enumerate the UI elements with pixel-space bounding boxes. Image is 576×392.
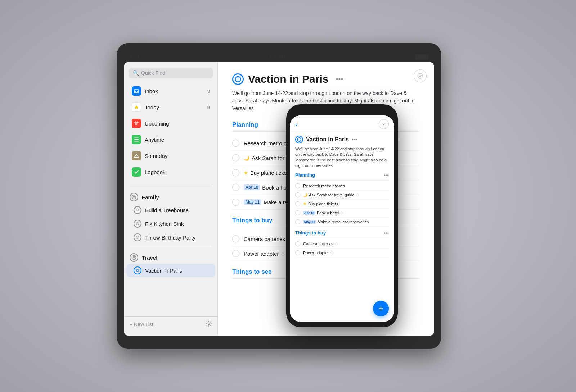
svg-point-6 (134, 196, 135, 197)
today-badge: 9 (207, 105, 210, 110)
iphone-fab-button[interactable]: + (373, 301, 389, 316)
sidebar-item-today[interactable]: ★ Today 9 (126, 99, 215, 115)
more-menu-icon[interactable]: ••• (336, 75, 343, 83)
inbox-label: Inbox (145, 88, 207, 94)
iphone-note-sarah: ◇ (356, 192, 359, 197)
iphone-back-button[interactable]: ‹ (295, 120, 298, 128)
divider-1 (130, 187, 212, 187)
sidebar-footer: + New List (124, 316, 217, 332)
iphone-buy-more-icon[interactable]: ••• (384, 230, 389, 236)
task-checkbox-car[interactable] (232, 199, 239, 206)
paris-icon (134, 266, 141, 274)
task-checkbox-plane[interactable] (232, 169, 239, 176)
task-label-camera: Camera batteries ◇ (244, 236, 291, 242)
sidebar-item-inbox[interactable]: Inbox 3 (126, 83, 215, 99)
svg-point-7 (136, 223, 139, 225)
sidebar-item-anytime[interactable]: Anytime (126, 132, 215, 147)
svg-rect-4 (134, 141, 139, 142)
iphone-note-hotel: ◇ (340, 210, 343, 215)
iphone-description: We'll go from June 14-22 and stop throug… (295, 146, 389, 169)
task-checkbox-sarah[interactable] (232, 154, 239, 161)
note-icon-adapter: ◇ (281, 251, 285, 256)
sidebar-item-upcoming[interactable]: Upcoming (126, 115, 215, 131)
iphone-nav-bar: ‹ (290, 115, 394, 131)
list-item-paris[interactable]: Vaction in Paris (126, 264, 215, 277)
ipad-status-bar: iPad 9:41 AM ████ (124, 54, 434, 62)
family-label: Family (142, 194, 159, 200)
search-placeholder: Quick Find (141, 70, 165, 76)
list-item-birthday[interactable]: Throw Birthday Party (126, 231, 215, 244)
treehouse-label: Build a Treehouse (145, 207, 189, 213)
iphone-device: ●●●●● ✦ 9:41 AM ████ ‹ Vaction in Paris … (286, 104, 398, 327)
iphone-status-bar: ●●●●● ✦ 9:41 AM ████ (290, 109, 394, 115)
svg-point-8 (136, 236, 139, 239)
iphone-checkbox-research[interactable] (295, 183, 300, 188)
search-bar[interactable]: 🔍 Quick Find (129, 68, 213, 78)
iphone-label-sarah: 🌙 Ask Sarah for travel guide ◇ (303, 192, 359, 197)
main-title-row: Vaction in Paris ••• (232, 73, 419, 85)
task-checkbox-adapter[interactable] (232, 250, 239, 257)
iphone-checkbox-car[interactable] (295, 219, 300, 224)
iphone-checkbox-adapter[interactable] (295, 250, 300, 255)
ipad-status-time: 9:41 AM (269, 54, 286, 59)
iphone-content: Vaction in Paris ••• We'll go from June … (290, 131, 394, 322)
divider-2 (130, 247, 212, 247)
anytime-icon (132, 135, 141, 144)
main-title: Vaction in Paris (248, 73, 328, 85)
iphone-moon-icon: 🌙 (303, 193, 307, 197)
new-list-button[interactable]: + New List (130, 322, 153, 327)
iphone-task-camera: Camera batteries ◇ (295, 240, 389, 249)
moon-icon: 🌙 (244, 155, 249, 161)
logbook-label: Logbook (145, 169, 210, 175)
travel-icon (130, 253, 138, 262)
today-label: Today (145, 104, 207, 110)
iphone-status-left: ●●●●● ✦ (295, 110, 309, 113)
iphone-section-planning: Planning ••• (295, 172, 389, 179)
iphone-note-camera: ◇ (335, 241, 338, 246)
collapse-button[interactable] (414, 69, 427, 82)
iphone-label-research: Research metro passes (303, 184, 345, 188)
someday-label: Someday (145, 153, 210, 159)
list-item-treehouse[interactable]: Build a Treehouse (126, 204, 215, 216)
iphone-checkbox-camera[interactable] (295, 241, 300, 246)
today-icon: ★ (132, 102, 141, 112)
list-item-kitchen[interactable]: Fix Kitchen Sink (126, 217, 215, 230)
upcoming-label: Upcoming (145, 120, 210, 127)
iphone-note-adapter: ◇ (330, 250, 333, 255)
iphone-checkbox-plane[interactable] (295, 201, 300, 206)
task-checkbox-camera[interactable] (232, 235, 239, 242)
iphone-label-car: May 11 Make a rental car reservation (303, 220, 369, 224)
iphone-task-hotel: Apr 18 Book a hotel ◇ (295, 209, 389, 218)
task-checkbox-hotel[interactable] (232, 184, 239, 191)
search-icon: 🔍 (133, 70, 139, 76)
kitchen-label: Fix Kitchen Sink (145, 221, 184, 227)
family-section-header: Family (124, 190, 217, 203)
family-icon (130, 193, 138, 201)
sidebar-nav: Inbox 3 ★ Today 9 (124, 83, 217, 184)
iphone-collapse-button[interactable] (379, 119, 389, 129)
upcoming-icon (132, 119, 141, 128)
iphone-more-icon[interactable]: ••• (352, 137, 357, 142)
iphone-label-adapter: Power adapter ◇ (303, 250, 333, 255)
inbox-icon (132, 86, 141, 96)
sidebar-item-logbook[interactable]: Logbook (126, 164, 215, 180)
iphone-title: Vaction in Paris (306, 136, 349, 143)
iphone-label-camera: Camera batteries ◇ (303, 241, 338, 246)
sidebar-item-someday[interactable]: Someday (126, 148, 215, 164)
car-tag: May 11 (244, 199, 261, 205)
new-list-label: + New List (130, 322, 153, 327)
iphone-checkbox-sarah[interactable] (295, 192, 300, 197)
someday-icon (132, 151, 141, 160)
anytime-label: Anytime (145, 137, 210, 143)
iphone-checkbox-hotel[interactable] (295, 210, 300, 215)
svg-rect-3 (134, 139, 139, 140)
settings-icon[interactable] (206, 320, 212, 328)
iphone-star-icon: ★ (303, 201, 307, 206)
birthday-label: Throw Birthday Party (145, 234, 195, 241)
ipad-status-left: iPad (130, 54, 139, 59)
iphone-section-more-icon[interactable]: ••• (384, 172, 389, 178)
task-checkbox-research[interactable] (232, 140, 239, 147)
iphone-task-research: Research metro passes (295, 182, 389, 191)
kitchen-icon (134, 220, 141, 228)
inbox-badge: 3 (207, 88, 210, 94)
